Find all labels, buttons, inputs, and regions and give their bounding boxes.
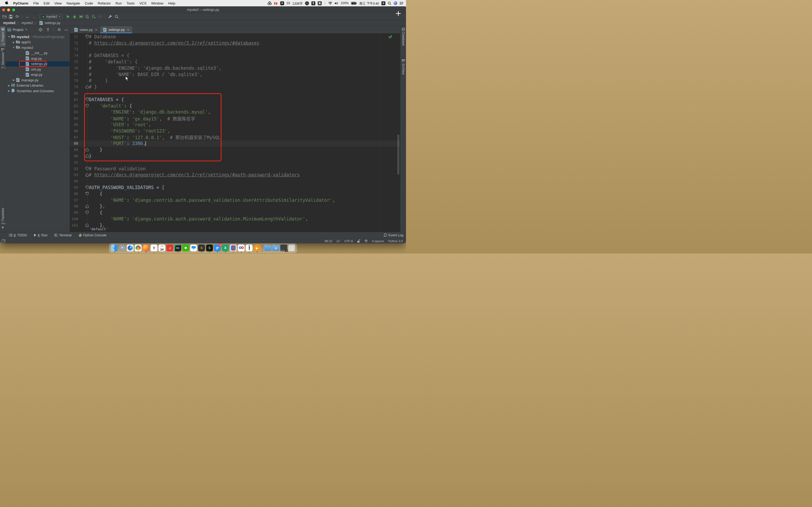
spotlight-search-icon[interactable] — [388, 2, 391, 5]
toolwindow-button-python-console[interactable]: Python Console — [79, 233, 106, 237]
code-line-95[interactable]: 95AUTH_PASSWORD_VALIDATORS = [ — [70, 184, 400, 191]
breadcrumb-item-settings.py[interactable]: settings.py — [45, 21, 60, 25]
code-line-72[interactable]: 72# https://docs.djangoproject.com/en/3.… — [70, 40, 400, 46]
bluetooth-icon[interactable]: ᛒ — [324, 2, 326, 5]
tree-item-external-libraries[interactable]: ▶External Libraries — [6, 83, 69, 89]
status-hector-icon[interactable] — [364, 239, 368, 243]
dock-item-launchpad[interactable]: 🞁 — [119, 244, 126, 251]
menubar-status-text[interactable]: 100% — [341, 1, 349, 5]
tree-item-app01[interactable]: ▶app01 — [6, 40, 69, 45]
fold-marker-icon[interactable] — [86, 211, 89, 214]
siri-status-icon[interactable] — [394, 1, 397, 5]
code-line-87[interactable]: 87 'HOST': '127.0.0.1', # 那台机器安装了MySQL — [70, 134, 400, 140]
battery-charging-icon[interactable] — [351, 2, 357, 5]
dock-item-keynote[interactable] — [190, 244, 197, 251]
dock-item-netease[interactable]: ♫ — [166, 244, 173, 251]
tool-stripe-sciview[interactable]: SciView — [400, 58, 406, 76]
dock-item-safari[interactable] — [127, 244, 134, 251]
dock-item-wechat[interactable]: 💬 — [183, 244, 189, 251]
badge-status-icon[interactable]: 英 — [318, 1, 322, 5]
vol-status-icon[interactable] — [335, 2, 338, 5]
dock-item-firefox[interactable] — [143, 244, 150, 251]
pause-status-icon[interactable]: ▮▮ — [274, 2, 278, 5]
fold-marker-icon[interactable] — [86, 192, 89, 195]
code-line-74[interactable]: 74# DATABASES = { — [70, 52, 400, 59]
menu-item-refactor[interactable]: Refactor — [95, 1, 113, 5]
code-line-92[interactable]: 92# Password validation — [70, 166, 400, 172]
tree-expand-arrow[interactable]: ▶ — [12, 41, 16, 44]
circles-status-icon[interactable] — [267, 1, 272, 5]
menu-item-pycharm[interactable]: PyCharm — [11, 1, 31, 5]
menu-item-navigate[interactable]: Navigate — [64, 1, 82, 5]
stop-button[interactable] — [98, 14, 102, 19]
code-editor[interactable]: 71# Database72# https://docs.djangoproje… — [70, 33, 400, 232]
code-line-89[interactable]: 89 } — [70, 147, 400, 153]
tree-expand-arrow[interactable]: ▶ — [7, 90, 11, 92]
tab-views.py[interactable]: views.py✕ — [71, 26, 100, 33]
navigate-forward-button[interactable]: → — [32, 14, 36, 19]
status-utf-8[interactable]: UTF-8 — [344, 239, 353, 243]
dock-item-folder-windows[interactable]: ⊞ — [272, 245, 280, 251]
fold-marker-icon[interactable] — [86, 98, 89, 101]
toolwindow-button-6-todo[interactable]: 6: TODO — [9, 233, 27, 237]
badge-status-icon[interactable]: S — [382, 1, 386, 5]
toolwindow-button-event-log[interactable]: Event Log — [384, 233, 403, 237]
code-line-75[interactable]: 75# 'default': { — [70, 59, 400, 65]
code-line-96[interactable]: 96 { — [70, 191, 400, 197]
fold-marker-icon[interactable] — [86, 186, 89, 189]
zoom-window-button[interactable] — [12, 8, 15, 11]
face-status-icon[interactable]: ☺ — [305, 1, 309, 5]
synchronize-button[interactable]: ⟳ — [15, 14, 19, 19]
dock-item-chrome[interactable] — [135, 244, 142, 251]
dock-item-excel[interactable]: X — [222, 244, 229, 251]
code-line-71[interactable]: 71# Database — [70, 34, 400, 40]
volume-icon[interactable] — [335, 2, 338, 5]
code-line-78[interactable]: 78# } — [70, 78, 400, 84]
dock-item-calendar[interactable]: 11月24 — [159, 244, 165, 251]
input-method-badge[interactable]: 英 — [318, 1, 322, 5]
dock-item-circlesapp[interactable] — [238, 244, 245, 251]
code-line-99[interactable]: 99 { — [70, 209, 400, 216]
dock-item-pycharm[interactable]: PC — [174, 244, 181, 251]
tree-expand-arrow[interactable]: ▼ — [7, 36, 11, 38]
run-with-coverage-button[interactable] — [79, 14, 83, 19]
close-tab-icon[interactable]: ✕ — [95, 28, 98, 32]
save-all-button[interactable] — [8, 14, 13, 19]
dock-item-terminal[interactable]: $ — [206, 244, 213, 251]
code-line-97[interactable]: 97 'NAME': 'django.contrib.auth.password… — [70, 197, 400, 203]
menu-item-edit[interactable]: Edit — [41, 1, 52, 5]
menu-item-vcs[interactable]: VCS — [137, 1, 149, 5]
tab-settings.py[interactable]: settings.py✕ — [100, 26, 132, 33]
toolwindow-button-terminal[interactable]: >_Terminal — [54, 233, 71, 237]
tree-item-__init__-py[interactable]: __init__.py — [6, 50, 69, 56]
siri-icon[interactable] — [394, 1, 397, 5]
dock-item-typora[interactable]: T — [151, 244, 158, 251]
control-center-icon[interactable] — [400, 2, 403, 5]
project-panel-title[interactable]: Project — [13, 28, 23, 32]
tree-expand-arrow[interactable]: ▶ — [12, 79, 16, 81]
code-line-85[interactable]: 85 'USER': 'root', — [70, 121, 400, 128]
minimize-window-button[interactable] — [7, 8, 10, 11]
menu-item-code[interactable]: Code — [83, 1, 95, 5]
tree-item-urls-py[interactable]: urls.py — [6, 66, 69, 72]
search-everywhere-button[interactable] — [114, 14, 119, 19]
parallels-pause-icon[interactable]: ▮▮ — [274, 2, 278, 5]
tree-item-manage-py[interactable]: ▶manage.py — [6, 77, 69, 83]
code-line-90[interactable]: 90} — [70, 153, 400, 159]
navigate-back-button[interactable]: ← — [25, 14, 30, 19]
editor-scrollbar[interactable] — [397, 134, 399, 175]
dock-item-dingtalk[interactable]: 🕊23 — [214, 244, 221, 251]
hide-panel-icon[interactable]: — — [64, 28, 68, 32]
code-line-86[interactable]: 86 'PASSWORD': 'root123', — [70, 128, 400, 134]
tree-expand-arrow[interactable]: ▼ — [12, 46, 16, 49]
inspections-ok-icon[interactable] — [388, 34, 393, 39]
dock-item-folder-docs[interactable] — [265, 245, 271, 251]
tool-stripe-2-favorites[interactable]: 2: Favorites★ — [0, 206, 6, 231]
mic-status-icon[interactable] — [311, 1, 315, 5]
debug-button[interactable] — [72, 14, 77, 19]
tree-item-scratches-and-consoles[interactable]: ▶Scratches and Consoles — [6, 88, 69, 94]
status-python-3-9[interactable]: Python 3.9 — [388, 239, 403, 243]
menu-item-run[interactable]: Run — [113, 1, 124, 5]
close-window-button[interactable] — [2, 8, 5, 11]
code-line-80[interactable]: 80 — [70, 90, 400, 96]
